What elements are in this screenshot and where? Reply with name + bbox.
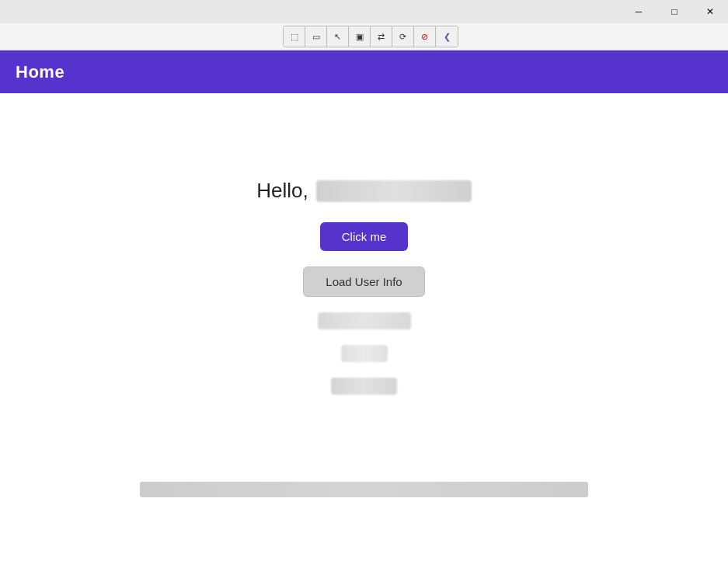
refresh-tool-button[interactable]: ⟳ xyxy=(392,26,414,47)
app-header: Home xyxy=(0,51,728,93)
maximize-button[interactable]: □ xyxy=(657,0,692,23)
cursor-tool-button[interactable]: ↖ xyxy=(327,26,349,47)
title-bar: ─ □ ✕ xyxy=(0,0,728,23)
page-title: Home xyxy=(16,62,64,82)
frames-tool-button[interactable]: ⇄ xyxy=(371,26,392,47)
hello-row: Hello, xyxy=(256,179,471,203)
click-me-button[interactable]: Click me xyxy=(320,222,409,251)
window-tool-button[interactable]: ▭ xyxy=(305,26,327,47)
toolbar: ⬚ ▭ ↖ ▣ ⇄ ⟳ ⊘ ❮ xyxy=(0,23,728,51)
toolbar-group: ⬚ ▭ ↖ ▣ ⇄ ⟳ ⊘ ❮ xyxy=(283,26,458,47)
hello-username-blurred xyxy=(316,180,472,202)
close-button[interactable]: ✕ xyxy=(692,0,728,23)
title-bar-controls: ─ □ ✕ xyxy=(621,0,728,23)
blurred-content-block-2 xyxy=(341,345,388,362)
bottom-bar xyxy=(140,482,588,497)
main-content: Hello, Click me Load User Info xyxy=(0,93,728,575)
select-tool-button[interactable]: ⬚ xyxy=(284,26,305,47)
load-user-button[interactable]: Load User Info xyxy=(303,267,424,297)
minimize-button[interactable]: ─ xyxy=(621,0,657,23)
collapse-tool-button[interactable]: ❮ xyxy=(436,26,458,47)
blurred-content-block-1 xyxy=(318,312,411,329)
blurred-content-block-3 xyxy=(331,378,397,395)
inspect-tool-button[interactable]: ▣ xyxy=(349,26,371,47)
hello-text: Hello, xyxy=(256,179,308,203)
stop-tool-button[interactable]: ⊘ xyxy=(414,26,436,47)
